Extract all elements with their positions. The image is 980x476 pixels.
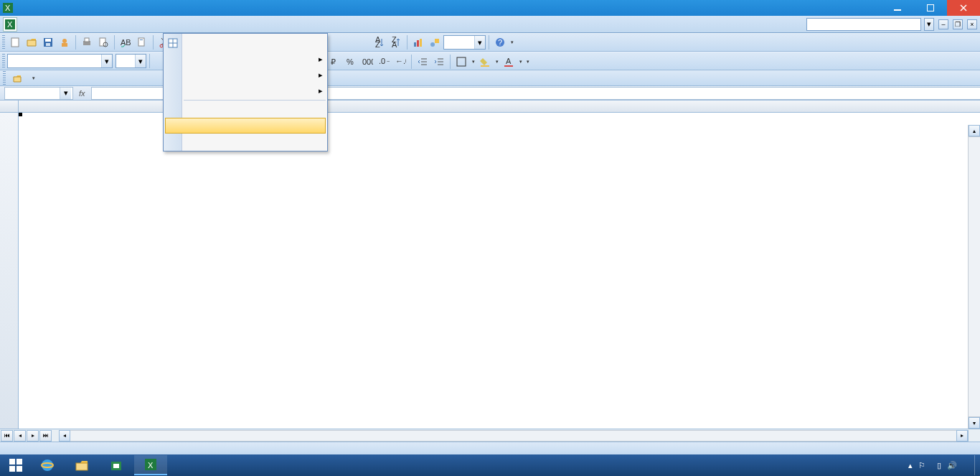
font-color-dropdown[interactable]: ▾	[517, 59, 524, 65]
currency-style-button[interactable]: ₽	[326, 54, 342, 70]
tab-nav-prev[interactable]: ◂	[14, 430, 26, 442]
font-dropdown[interactable]: ▾	[101, 55, 112, 67]
tray-up-icon[interactable]: ▴	[908, 461, 913, 470]
tab-nav-next[interactable]: ▸	[27, 430, 39, 442]
taskbar-excel[interactable]: X	[134, 455, 167, 475]
toolbar-options-button[interactable]: ▾	[524, 59, 531, 65]
tray-network-icon[interactable]: ▯	[937, 461, 941, 470]
show-desktop-button[interactable]	[974, 455, 979, 475]
toolbar-options-button[interactable]: ▾	[509, 39, 515, 45]
minimize-button[interactable]	[881, 0, 914, 16]
mdi-minimize-button[interactable]: –	[938, 19, 948, 29]
font-color-button[interactable]: A	[501, 54, 517, 70]
start-button[interactable]	[1, 454, 30, 476]
close-button[interactable]	[947, 0, 980, 16]
decrease-decimal-button[interactable]: ←.0	[392, 54, 408, 70]
new-button[interactable]	[7, 34, 23, 50]
font-size-input[interactable]	[116, 55, 135, 67]
borders-dropdown[interactable]: ▾	[470, 59, 476, 65]
mdi-restore-button[interactable]: ❐	[953, 19, 963, 29]
taskbar-ie[interactable]	[31, 455, 64, 475]
toolbar-handle[interactable]	[3, 71, 6, 85]
vertical-scrollbar[interactable]: ▴ ▾	[968, 125, 980, 429]
cells-icon	[166, 37, 179, 50]
svg-rect-49	[17, 466, 22, 472]
font-size-combo[interactable]: ▾	[116, 54, 146, 68]
svg-rect-7	[11, 38, 19, 47]
save-button[interactable]	[40, 34, 56, 50]
format-menu-dropdown: ▸ ▸ ▸	[163, 33, 328, 151]
scroll-down-button[interactable]: ▾	[969, 417, 980, 429]
taskbar-explorer[interactable]	[65, 455, 98, 475]
font-combo[interactable]: ▾	[7, 54, 113, 68]
svg-rect-54	[113, 464, 119, 468]
drawing-toggle-button[interactable]	[427, 34, 443, 50]
print-preview-button[interactable]	[95, 34, 111, 50]
odf-import-button[interactable]	[7, 70, 30, 86]
maximize-button[interactable]	[914, 0, 947, 16]
toolbar-handle[interactable]	[2, 35, 5, 50]
fill-color-button[interactable]	[477, 54, 493, 70]
scroll-right-button[interactable]: ▸	[956, 430, 968, 442]
help-button[interactable]: ?	[492, 34, 508, 50]
tray-flag-icon[interactable]: ⚐	[918, 461, 925, 470]
zoom-dropdown[interactable]: ▾	[474, 36, 485, 49]
fill-color-dropdown[interactable]: ▾	[494, 59, 500, 65]
scroll-left-button[interactable]: ◂	[59, 430, 70, 442]
horizontal-scrollbar[interactable]: ◂ ▸	[59, 430, 968, 442]
open-button[interactable]	[24, 34, 39, 50]
decrease-indent-button[interactable]	[415, 54, 430, 70]
cells-area[interactable]	[19, 113, 980, 429]
select-all-corner[interactable]	[0, 101, 19, 112]
svg-rect-10	[46, 43, 50, 46]
font-name-input[interactable]	[8, 55, 101, 67]
sort-asc-button[interactable]: AZ	[372, 34, 387, 50]
tab-nav-first[interactable]: ⏮	[1, 430, 13, 442]
svg-text:000: 000	[362, 57, 373, 66]
fx-icon[interactable]: fx	[79, 89, 85, 98]
menu-item-autoformat[interactable]	[164, 102, 327, 118]
svg-rect-30	[414, 42, 416, 47]
scroll-up-button[interactable]: ▴	[969, 125, 980, 136]
toolbar-handle[interactable]	[2, 54, 5, 68]
chart-wizard-button[interactable]	[410, 34, 426, 50]
zoom-combo[interactable]: ▾	[443, 35, 486, 50]
svg-text:X: X	[5, 4, 11, 12]
percent-style-button[interactable]: %	[343, 54, 359, 70]
menu-item-conditional-formatting[interactable]	[165, 118, 326, 134]
research-button[interactable]	[134, 34, 150, 50]
tray-volume-icon[interactable]: 🔊	[947, 461, 957, 470]
menu-item-style[interactable]	[164, 134, 327, 149]
name-box-dropdown[interactable]: ▾	[60, 88, 71, 99]
spelling-button[interactable]: ABC	[118, 34, 133, 50]
print-button[interactable]	[79, 34, 95, 50]
svg-rect-43	[481, 65, 489, 67]
sort-desc-button[interactable]: ZA	[388, 34, 404, 50]
svg-rect-45	[504, 65, 513, 67]
taskbar-store[interactable]	[100, 455, 133, 475]
menu-item-sheet[interactable]: ▸	[164, 83, 327, 98]
menu-item-cells[interactable]	[164, 35, 327, 51]
font-size-dropdown[interactable]: ▾	[135, 55, 146, 67]
svg-rect-19	[140, 39, 143, 40]
increase-decimal-button[interactable]: .0→	[376, 54, 392, 70]
menu-item-row[interactable]: ▸	[164, 51, 327, 67]
standard-toolbar: ABC AZ ZA ▾ ? ▾	[0, 33, 980, 52]
borders-button[interactable]	[453, 54, 469, 70]
permissions-button[interactable]	[57, 34, 72, 50]
name-box-input[interactable]	[5, 88, 60, 99]
spreadsheet-grid: ▴ ▾	[0, 101, 980, 429]
svg-text:Z: Z	[375, 40, 380, 48]
comma-style-button[interactable]: 000	[359, 54, 375, 70]
name-box[interactable]: ▾	[4, 87, 73, 100]
tab-nav-last[interactable]: ⏭	[39, 430, 52, 442]
increase-indent-button[interactable]	[431, 54, 447, 70]
zoom-input[interactable]	[444, 36, 474, 49]
help-search-input[interactable]	[806, 18, 921, 31]
help-search-dropdown[interactable]: ▾	[924, 18, 934, 31]
mdi-close-button[interactable]: ×	[967, 19, 977, 29]
menu-item-column[interactable]: ▸	[164, 67, 327, 83]
toolbar-options-button[interactable]: ▾	[30, 75, 37, 81]
workbook-system-icon[interactable]: X	[3, 17, 17, 32]
svg-rect-3	[928, 5, 934, 11]
